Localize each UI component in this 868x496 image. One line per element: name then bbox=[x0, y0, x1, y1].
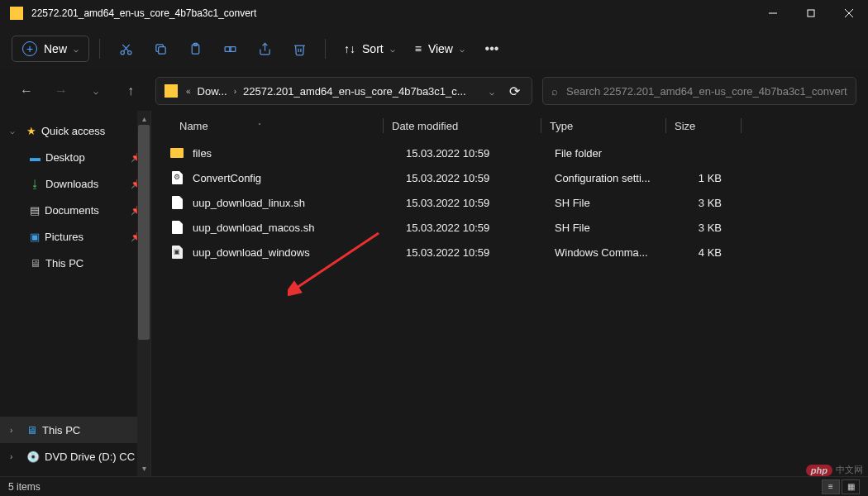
column-name[interactable]: Name˄ bbox=[151, 120, 383, 132]
details-view-button[interactable]: ≡ bbox=[822, 479, 840, 494]
watermark-text: 中文网 bbox=[836, 464, 863, 476]
separator bbox=[325, 39, 326, 59]
search-placeholder: Search 22572.201_amd64_en-us_core_4b7ba3… bbox=[566, 85, 847, 98]
table-row[interactable]: ConvertConfig15.03.2022 10:59Configurati… bbox=[151, 165, 868, 190]
chevron-left-icon[interactable]: « bbox=[183, 87, 194, 96]
new-label: New bbox=[44, 42, 67, 55]
svg-line-7 bbox=[122, 44, 128, 50]
table-row[interactable]: uup_download_macos.sh15.03.2022 10:59SH … bbox=[151, 215, 868, 240]
rename-button[interactable] bbox=[214, 33, 246, 64]
sidebar-label: Quick access bbox=[41, 125, 105, 137]
folder-icon bbox=[165, 84, 178, 98]
refresh-button[interactable]: ⟳ bbox=[501, 83, 528, 99]
pc-icon: 🖥 bbox=[30, 257, 41, 269]
chevron-down-icon: ⌵ bbox=[390, 45, 395, 54]
window-title: 22572.201_amd64_en-us_core_4b7ba3c1_conv… bbox=[31, 7, 754, 19]
column-divider[interactable] bbox=[541, 118, 541, 133]
cell-date: 15.03.2022 10:59 bbox=[406, 197, 555, 209]
search-icon: ⌕ bbox=[551, 85, 558, 98]
cell-type: SH File bbox=[555, 222, 670, 234]
cell-name: uup_download_windows bbox=[193, 246, 406, 259]
close-button[interactable] bbox=[830, 0, 868, 26]
search-input[interactable]: ⌕ Search 22572.201_amd64_en-us_core_4b7b… bbox=[542, 77, 856, 105]
view-label: View bbox=[428, 42, 453, 55]
sort-button[interactable]: ↑↓ Sort ⌵ bbox=[336, 37, 403, 60]
chevron-right-icon: › bbox=[231, 87, 240, 96]
svg-line-6 bbox=[123, 44, 129, 50]
scroll-up-icon[interactable]: ▴ bbox=[142, 114, 146, 123]
delete-button[interactable] bbox=[284, 33, 315, 64]
cell-type: Configuration setti... bbox=[555, 172, 670, 184]
icons-view-button[interactable]: ▦ bbox=[842, 479, 860, 494]
chevron-down-icon[interactable]: ⌵ bbox=[10, 126, 21, 136]
column-size[interactable]: Size bbox=[675, 120, 741, 132]
documents-icon: ▤ bbox=[30, 204, 40, 217]
share-button[interactable] bbox=[249, 33, 280, 64]
main: ⌵ ★ Quick access ▬ Desktop 📌 ⭳ Downloads… bbox=[0, 111, 868, 476]
minimize-button[interactable] bbox=[754, 0, 792, 26]
breadcrumb-dropdown[interactable]: ⌵ bbox=[483, 83, 501, 98]
column-date[interactable]: Date modified bbox=[392, 120, 541, 132]
scrollbar-thumb[interactable] bbox=[138, 125, 150, 340]
view-button[interactable]: ≡ View ⌵ bbox=[407, 37, 473, 60]
sidebar-label: Pictures bbox=[45, 231, 83, 243]
view-mode-toggle: ≡ ▦ bbox=[822, 479, 860, 494]
cell-type: SH File bbox=[555, 197, 670, 209]
watermark: php 中文网 bbox=[806, 464, 863, 476]
breadcrumb-segment[interactable]: 22572.201_amd64_en-us_core_4b7ba3c1_c... bbox=[240, 85, 470, 98]
maximize-button[interactable] bbox=[792, 0, 830, 26]
disc-icon: 💿 bbox=[26, 451, 40, 463]
cmd-icon bbox=[169, 245, 184, 260]
column-divider[interactable] bbox=[665, 118, 666, 133]
cell-size: 3 KB bbox=[670, 197, 737, 209]
desktop-icon: ▬ bbox=[30, 151, 41, 164]
svg-rect-8 bbox=[158, 46, 165, 53]
breadcrumb[interactable]: « Dow... › 22572.201_amd64_en-us_core_4b… bbox=[155, 77, 532, 105]
cut-button[interactable] bbox=[110, 33, 141, 64]
sidebar-item-this-pc[interactable]: 🖥 This PC bbox=[0, 250, 150, 276]
copy-button[interactable] bbox=[145, 33, 176, 64]
table-row[interactable]: uup_download_linux.sh15.03.2022 10:59SH … bbox=[151, 190, 868, 215]
sort-indicator-icon: ˄ bbox=[258, 122, 261, 130]
chevron-down-icon: ⌵ bbox=[74, 45, 79, 54]
cell-name: files bbox=[193, 147, 406, 160]
sidebar-item-documents[interactable]: ▤ Documents 📌 bbox=[0, 197, 150, 223]
cell-name: uup_download_macos.sh bbox=[193, 222, 406, 234]
view-icon: ≡ bbox=[415, 42, 422, 55]
cell-date: 15.03.2022 10:59 bbox=[406, 246, 555, 259]
chevron-right-icon[interactable]: › bbox=[10, 426, 21, 435]
cell-size: 3 KB bbox=[670, 222, 737, 234]
forward-button[interactable]: → bbox=[46, 76, 76, 106]
back-button[interactable]: ← bbox=[12, 76, 41, 106]
sort-icon: ↑↓ bbox=[344, 42, 355, 55]
column-divider[interactable] bbox=[741, 118, 742, 133]
sidebar-scrollbar[interactable]: ▴ ▾ bbox=[137, 111, 150, 476]
table-row[interactable]: uup_download_windows15.03.2022 10:59Wind… bbox=[151, 240, 868, 265]
chevron-right-icon[interactable]: › bbox=[10, 452, 21, 461]
scroll-down-icon[interactable]: ▾ bbox=[142, 464, 146, 473]
sidebar: ⌵ ★ Quick access ▬ Desktop 📌 ⭳ Downloads… bbox=[0, 111, 151, 476]
up-button[interactable]: ↑ bbox=[116, 76, 145, 106]
cell-date: 15.03.2022 10:59 bbox=[406, 222, 555, 234]
sidebar-item-quick-access[interactable]: ⌵ ★ Quick access bbox=[0, 117, 150, 144]
breadcrumb-segment[interactable]: Dow... bbox=[194, 85, 231, 98]
file-list: Name˄ Date modified Type Size files15.03… bbox=[151, 111, 868, 476]
statusbar: 5 items ≡ ▦ bbox=[0, 476, 868, 496]
sidebar-item-dvd[interactable]: › 💿 DVD Drive (D:) CC bbox=[0, 443, 150, 470]
sort-label: Sort bbox=[362, 42, 384, 55]
more-button[interactable]: ••• bbox=[476, 33, 508, 64]
column-divider[interactable] bbox=[383, 118, 384, 133]
paste-button[interactable] bbox=[179, 33, 211, 64]
table-row[interactable]: files15.03.2022 10:59File folder bbox=[151, 141, 868, 165]
sidebar-item-this-pc-root[interactable]: › 🖥 This PC bbox=[0, 417, 150, 443]
sidebar-item-desktop[interactable]: ▬ Desktop 📌 bbox=[0, 144, 150, 170]
new-button[interactable]: + New ⌵ bbox=[12, 36, 89, 62]
sidebar-item-pictures[interactable]: ▣ Pictures 📌 bbox=[0, 223, 150, 250]
column-type[interactable]: Type bbox=[550, 120, 665, 132]
titlebar: 22572.201_amd64_en-us_core_4b7ba3c1_conv… bbox=[0, 0, 868, 26]
chevron-down-icon: ⌵ bbox=[460, 45, 465, 54]
recent-button[interactable]: ⌵ bbox=[81, 76, 111, 106]
column-headers: Name˄ Date modified Type Size bbox=[151, 111, 868, 141]
star-icon: ★ bbox=[26, 125, 36, 137]
sidebar-item-downloads[interactable]: ⭳ Downloads 📌 bbox=[0, 170, 150, 197]
